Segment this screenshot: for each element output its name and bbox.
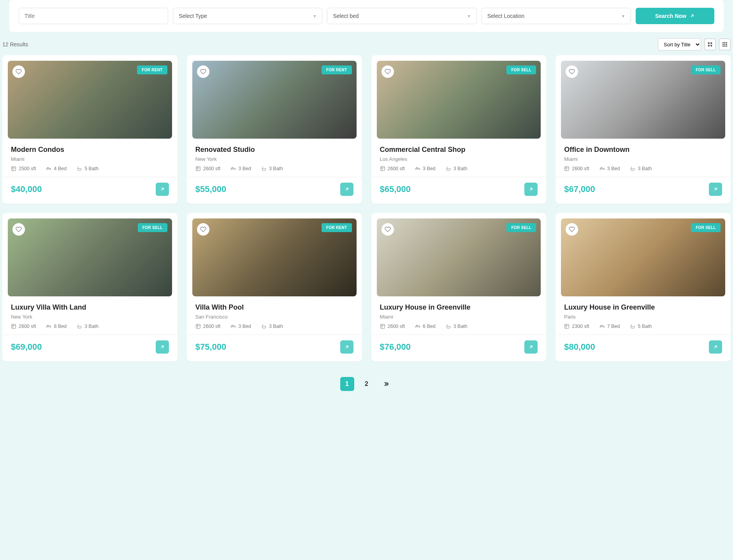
- view-listing-button[interactable]: [156, 183, 169, 196]
- svg-rect-7: [722, 44, 724, 45]
- listing-tag: FOR SELL: [506, 65, 536, 74]
- listing-card: FOR SELL Luxury House in Greenville Miam…: [371, 213, 547, 361]
- chevron-down-icon: ▼: [621, 14, 625, 18]
- listing-card: FOR RENT Modern Condos Miami 2500 sft 4 …: [2, 55, 178, 204]
- bed-select[interactable]: Select bed ▼: [327, 8, 476, 24]
- favorite-button[interactable]: [566, 65, 578, 78]
- view-listing-button[interactable]: [524, 183, 538, 196]
- page-2[interactable]: 2: [360, 377, 374, 391]
- listing-tag: FOR RENT: [137, 65, 167, 74]
- meta-bath: 5 Bath: [77, 166, 98, 171]
- arrow-icon: [344, 187, 350, 192]
- meta-bed: 3 Bed: [230, 166, 251, 171]
- arrow-icon: [528, 187, 534, 192]
- bed-icon: [46, 324, 51, 329]
- meta-bath: 3 Bath: [77, 324, 98, 329]
- title-input[interactable]: [25, 13, 162, 19]
- meta-sqft: 2600 sft: [564, 166, 589, 171]
- pagination: 1 2: [0, 371, 733, 402]
- bed-icon: [415, 324, 420, 329]
- listing-title[interactable]: Modern Condos: [11, 146, 169, 154]
- results-header: 12 Results Sort by Title: [0, 38, 733, 55]
- listing-body: Renovated Studio New York 2600 sft 3 Bed…: [187, 139, 362, 171]
- chevrons-right-icon: [383, 381, 389, 387]
- search-button[interactable]: Search Now: [636, 8, 714, 24]
- grid-3-view-button[interactable]: [719, 39, 731, 50]
- sort-select[interactable]: Sort by Title: [658, 38, 701, 51]
- listing-footer: $65,000: [371, 177, 547, 204]
- grid-view-button[interactable]: [704, 39, 716, 50]
- view-listing-button[interactable]: [340, 183, 353, 196]
- type-select[interactable]: Select Type ▼: [173, 8, 322, 24]
- listing-title[interactable]: Office in Downtown: [564, 146, 722, 154]
- listing-body: Commercial Central Shop Los Angeles 2600…: [371, 139, 547, 171]
- favorite-button[interactable]: [197, 65, 209, 78]
- listing-body: Luxury Villa With Land New York 2600 sft…: [2, 296, 178, 329]
- bed-icon: [599, 324, 605, 329]
- svg-rect-9: [726, 44, 727, 45]
- bath-icon: [446, 166, 451, 171]
- heart-icon: [385, 69, 391, 75]
- listing-location: Paris: [564, 314, 722, 320]
- meta-sqft: 2600 sft: [380, 166, 405, 171]
- favorite-button[interactable]: [12, 223, 25, 236]
- listing-tag: FOR SELL: [691, 65, 721, 74]
- listing-body: Luxury House in Greenville Miami 2600 sf…: [371, 296, 547, 329]
- listing-body: Luxury House in Greenville Paris 2300 sf…: [555, 296, 731, 329]
- page-next[interactable]: [379, 377, 393, 391]
- bed-icon: [415, 166, 420, 171]
- bath-value: 3 Bath: [269, 166, 283, 171]
- bath-icon: [446, 324, 451, 329]
- svg-rect-4: [722, 42, 724, 43]
- listing-card: FOR RENT Renovated Studio New York 2600 …: [187, 55, 362, 204]
- svg-rect-14: [196, 167, 200, 171]
- search-bar: Select Type ▼ Select bed ▼ Select Locati…: [9, 0, 724, 32]
- type-placeholder: Select Type: [179, 13, 207, 19]
- bed-icon: [46, 166, 51, 171]
- area-icon: [11, 324, 16, 329]
- listing-footer: $80,000: [555, 335, 731, 361]
- page-1[interactable]: 1: [340, 377, 354, 391]
- heart-icon: [569, 226, 575, 232]
- bath-value: 3 Bath: [84, 324, 98, 329]
- meta-sqft: 2500 sft: [11, 166, 36, 171]
- view-listing-button[interactable]: [709, 340, 722, 354]
- favorite-button[interactable]: [566, 223, 578, 236]
- heart-icon: [16, 226, 22, 232]
- view-listing-button[interactable]: [156, 340, 169, 354]
- favorite-button[interactable]: [197, 223, 209, 236]
- area-icon: [11, 166, 16, 171]
- sqft-value: 2600 sft: [572, 166, 589, 171]
- area-icon: [380, 166, 385, 171]
- area-icon: [564, 166, 570, 171]
- sqft-value: 2600 sft: [203, 324, 220, 329]
- view-listing-button[interactable]: [524, 340, 538, 354]
- listing-title[interactable]: Luxury House in Greenville: [380, 303, 538, 312]
- favorite-button[interactable]: [12, 65, 25, 78]
- sqft-value: 2500 sft: [19, 166, 36, 171]
- listing-title[interactable]: Luxury Villa With Land: [11, 303, 169, 312]
- sort-controls: Sort by Title: [658, 38, 731, 51]
- favorite-button[interactable]: [381, 65, 394, 78]
- listing-title[interactable]: Renovated Studio: [195, 146, 353, 154]
- listing-tag: FOR RENT: [322, 223, 352, 232]
- bed-value: 7 Bed: [607, 324, 620, 329]
- meta-bed: 8 Bed: [46, 324, 67, 329]
- heart-icon: [569, 69, 575, 75]
- results-count: 12 Results: [2, 41, 28, 48]
- arrow-icon: [689, 13, 695, 19]
- arrow-icon: [713, 187, 718, 192]
- location-select[interactable]: Select Location ▼: [482, 8, 631, 24]
- area-icon: [564, 324, 570, 329]
- heart-icon: [200, 69, 206, 75]
- listing-price: $55,000: [195, 184, 227, 194]
- listing-title[interactable]: Luxury House in Greenville: [564, 303, 722, 312]
- svg-rect-6: [726, 42, 727, 43]
- listing-title[interactable]: Villa With Pool: [195, 303, 353, 312]
- meta-sqft: 2600 sft: [380, 324, 405, 329]
- meta-bed: 3 Bed: [599, 166, 620, 171]
- view-listing-button[interactable]: [709, 183, 722, 196]
- favorite-button[interactable]: [381, 223, 394, 236]
- listing-title[interactable]: Commercial Central Shop: [380, 146, 538, 154]
- view-listing-button[interactable]: [340, 340, 353, 354]
